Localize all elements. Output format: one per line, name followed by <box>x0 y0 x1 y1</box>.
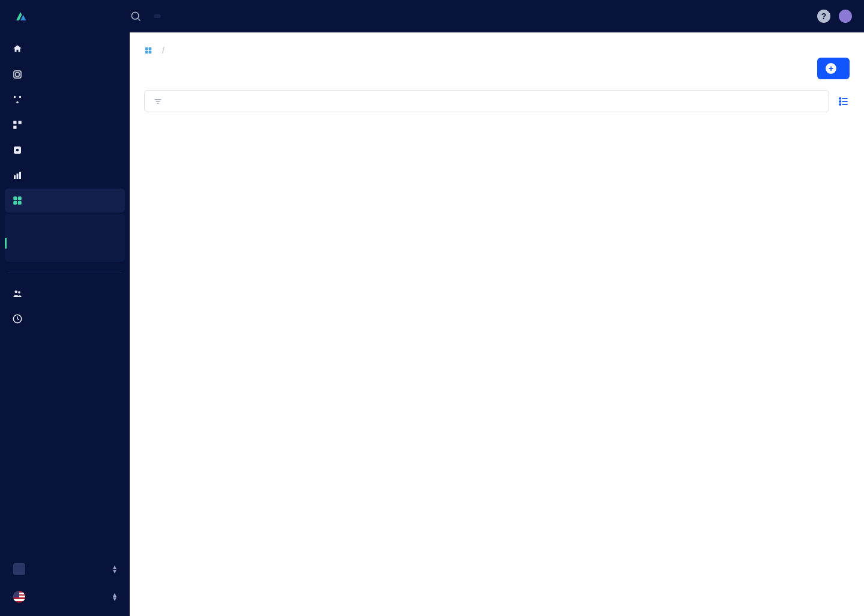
help-icon[interactable]: ? <box>817 10 830 23</box>
filter-input[interactable] <box>169 96 820 106</box>
filter-icon <box>153 97 163 106</box>
svg-point-0 <box>131 12 139 19</box>
dev-portal-icon <box>12 145 23 156</box>
svg-rect-23 <box>149 47 152 50</box>
svg-rect-9 <box>13 126 16 129</box>
breadcrumb-separator: / <box>162 46 165 55</box>
sidebar-item-gateway-manager[interactable] <box>5 62 125 86</box>
search-shortcut <box>154 14 161 18</box>
avatar[interactable] <box>839 10 852 23</box>
svg-line-1 <box>138 19 140 21</box>
sidebar-item-analytics[interactable] <box>5 163 125 187</box>
us-flag-icon <box>13 591 25 603</box>
global-search[interactable] <box>130 10 817 22</box>
plus-circle-icon: + <box>826 63 836 74</box>
organization-icon <box>12 288 23 299</box>
mesh-icon <box>12 94 23 105</box>
sidebar: ▴▾ ▴▾ <box>0 32 130 616</box>
svg-rect-8 <box>19 121 22 124</box>
svg-rect-7 <box>13 121 16 124</box>
org-icon <box>13 563 25 575</box>
sidebar-item-plan-and-usage[interactable] <box>5 307 125 331</box>
service-hub-icon <box>144 46 153 55</box>
api-products-icon <box>12 119 23 130</box>
subnav <box>5 214 125 262</box>
svg-rect-3 <box>16 73 19 76</box>
svg-rect-24 <box>145 51 148 54</box>
svg-rect-15 <box>13 196 17 200</box>
sidebar-item-dev-portal[interactable] <box>5 138 125 162</box>
svg-rect-2 <box>14 71 21 78</box>
svg-rect-13 <box>17 174 19 179</box>
search-icon <box>130 10 142 22</box>
chevron-up-down-icon: ▴▾ <box>113 593 116 601</box>
subnav-item-resources[interactable] <box>5 227 125 238</box>
sidebar-item-mesh-manager[interactable] <box>5 88 125 112</box>
filter-input-wrap[interactable] <box>144 90 829 112</box>
svg-point-6 <box>16 101 18 103</box>
svg-rect-14 <box>19 172 21 179</box>
svg-point-11 <box>16 149 19 152</box>
gateway-icon <box>12 69 23 80</box>
org-switcher[interactable]: ▴▾ <box>7 557 122 581</box>
svg-rect-12 <box>14 175 16 179</box>
sidebar-item-overview[interactable] <box>5 37 125 61</box>
region-switcher[interactable]: ▴▾ <box>7 585 122 609</box>
svg-rect-16 <box>18 196 22 200</box>
svg-rect-17 <box>13 201 17 205</box>
main-content: / + <box>130 32 864 616</box>
svg-point-31 <box>839 100 841 101</box>
plan-usage-icon <box>12 313 23 324</box>
sidebar-item-organization[interactable] <box>5 282 125 306</box>
logo-icon <box>12 8 29 25</box>
overview-icon <box>12 44 23 55</box>
list-view-icon <box>838 95 850 107</box>
logo[interactable] <box>12 8 130 25</box>
analytics-icon <box>12 170 23 181</box>
svg-point-5 <box>19 96 21 98</box>
subnav-item-integrations[interactable] <box>5 249 125 259</box>
svg-rect-18 <box>18 201 22 205</box>
sidebar-divider <box>8 273 121 273</box>
new-scorecard-button[interactable]: + <box>817 58 850 79</box>
svg-rect-25 <box>149 51 152 54</box>
svg-point-20 <box>18 291 20 294</box>
topbar: ? <box>0 0 864 32</box>
sidebar-item-service-catalog[interactable] <box>5 189 125 213</box>
service-catalog-icon <box>12 195 23 206</box>
sidebar-item-api-products[interactable] <box>5 113 125 137</box>
svg-point-33 <box>839 103 841 104</box>
subnav-item-services[interactable] <box>5 216 125 227</box>
view-toggle-button[interactable] <box>838 95 850 107</box>
chevron-up-down-icon: ▴▾ <box>113 565 116 573</box>
breadcrumb: / <box>144 46 850 55</box>
svg-point-4 <box>14 96 16 98</box>
subnav-item-scorecards[interactable] <box>5 238 125 249</box>
svg-point-19 <box>15 291 18 294</box>
svg-rect-22 <box>145 47 148 50</box>
svg-point-29 <box>839 97 841 98</box>
